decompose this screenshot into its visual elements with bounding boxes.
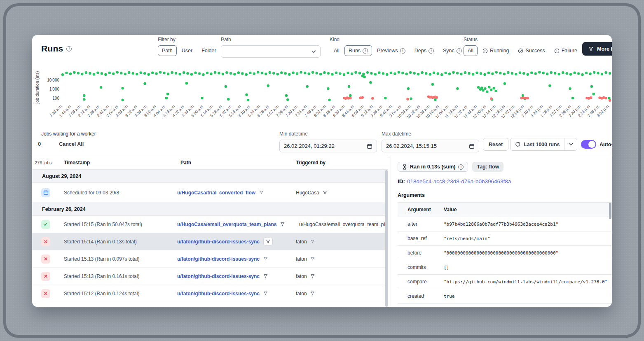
kind-option-previews[interactable]: Previewsi (373, 45, 410, 56)
chart-point[interactable] (592, 93, 595, 95)
chart-point[interactable] (121, 98, 124, 101)
chart-point[interactable] (507, 71, 509, 74)
chart-point[interactable] (493, 87, 495, 89)
status-option-all[interactable]: All (464, 45, 478, 56)
chart-point[interactable] (185, 82, 188, 84)
chart-point[interactable] (456, 72, 459, 74)
chart-point[interactable] (406, 98, 409, 100)
status-option-running[interactable]: Running (478, 45, 513, 56)
run-row[interactable]: ✕ Started 15:14 (Ran in 0.13s total) u/f… (32, 233, 388, 250)
chart-point[interactable] (358, 72, 361, 74)
kind-option-all[interactable]: All (330, 45, 344, 56)
chart-point[interactable] (413, 72, 416, 75)
chart-point[interactable] (257, 71, 259, 73)
chart-point[interactable] (233, 73, 236, 75)
chart-point[interactable] (511, 72, 513, 75)
chart-point[interactable] (398, 71, 400, 73)
chart-point[interactable] (390, 72, 392, 74)
chart-point[interactable] (285, 94, 288, 97)
chart-point[interactable] (468, 72, 470, 75)
chart-point[interactable] (327, 87, 329, 90)
chart-point[interactable] (292, 72, 295, 74)
chart-point[interactable] (519, 71, 521, 74)
chart-point[interactable] (349, 94, 351, 97)
info-icon[interactable]: i (458, 164, 464, 170)
chart-point[interactable] (296, 72, 298, 75)
chart-point[interactable] (609, 72, 611, 75)
filterby-option-folder[interactable]: Folder (197, 45, 220, 56)
auto-refresh-toggle[interactable] (581, 140, 596, 149)
chart-point[interactable] (370, 72, 372, 75)
chart-point[interactable] (393, 72, 396, 75)
calendar-icon[interactable] (367, 143, 372, 149)
chart-point[interactable] (421, 71, 424, 74)
chart-point[interactable] (548, 84, 551, 87)
chart-point[interactable] (288, 73, 290, 76)
chart-point[interactable] (190, 73, 193, 75)
chart-point[interactable] (328, 98, 330, 101)
chart-point[interactable] (121, 87, 124, 89)
chart-point[interactable] (315, 72, 318, 74)
run-row[interactable]: ✕ Started 15:13 (Ran in 0.097s total) u/… (32, 250, 388, 268)
chart-point[interactable] (477, 86, 480, 89)
chart-point[interactable] (175, 72, 177, 75)
chart-point[interactable] (515, 73, 517, 75)
run-row[interactable]: ✕ Started 15:13 (Ran in 0.161s total) u/… (32, 268, 388, 285)
chart-point[interactable] (89, 72, 91, 75)
filter-funnel-icon[interactable] (323, 190, 327, 195)
chart-point[interactable] (417, 73, 419, 75)
chart-point[interactable] (286, 98, 289, 101)
chart-point[interactable] (608, 97, 610, 99)
chart-point[interactable] (436, 72, 439, 75)
path-filter-funnel[interactable] (280, 222, 285, 227)
run-path-link[interactable]: u/HugoCasa/trial_converted_flow (177, 190, 255, 196)
cancel-all-button[interactable]: Cancel All (59, 141, 84, 147)
chart-point[interactable] (265, 72, 267, 75)
chart-point[interactable] (409, 71, 412, 74)
chart-point[interactable] (120, 72, 122, 74)
chart-point[interactable] (323, 71, 326, 74)
detail-scrollbar-thumb[interactable] (609, 203, 611, 219)
chart-point[interactable] (186, 72, 189, 75)
info-icon[interactable]: i (66, 46, 72, 51)
info-icon[interactable]: i (400, 48, 405, 54)
filter-funnel-icon[interactable] (263, 274, 268, 278)
chart-point[interactable] (590, 96, 592, 99)
chart-point[interactable] (104, 73, 107, 76)
chart-point[interactable] (339, 72, 341, 75)
filterby-option-path[interactable]: Path (158, 45, 177, 56)
chart-point[interactable] (374, 73, 377, 75)
run-row[interactable]: ✓ Started 15:15 (Ran in 50.047s total) u… (32, 216, 388, 233)
run-path-link[interactable]: u/faton/github-discord-issues-sync (177, 256, 260, 262)
chart-point[interactable] (429, 73, 431, 75)
path-filter-select[interactable] (221, 45, 321, 58)
chart-point[interactable] (488, 86, 490, 88)
chart-point[interactable] (85, 71, 87, 74)
chart-point[interactable] (527, 73, 529, 76)
chart-point[interactable] (495, 71, 498, 73)
chart-point[interactable] (436, 96, 438, 99)
run-path-link[interactable]: u/faton/github-discord-issues-sync (177, 291, 260, 297)
filter-funnel-icon[interactable] (280, 222, 285, 227)
chart-point[interactable] (431, 83, 434, 86)
chart-point[interactable] (573, 72, 576, 74)
chart-point[interactable] (347, 72, 349, 74)
run-path-link[interactable]: u/HugoCasa/email_overquota_team_plans (177, 222, 276, 227)
max-datetime-input[interactable]: 26.02.2024, 15:15:15 (382, 140, 479, 152)
chart-point[interactable] (249, 72, 251, 74)
chart-point[interactable] (241, 72, 244, 75)
chart-point[interactable] (472, 73, 474, 75)
filterby-option-user[interactable]: User (178, 45, 197, 56)
filter-funnel-icon[interactable] (263, 257, 268, 261)
chart-point[interactable] (487, 72, 490, 74)
chart-point[interactable] (202, 73, 204, 76)
chart-point[interactable] (486, 90, 488, 93)
path-filter-funnel[interactable] (263, 238, 273, 245)
chart-point[interactable] (166, 93, 169, 95)
chart-point[interactable] (124, 72, 126, 75)
chart-point[interactable] (589, 72, 591, 75)
chart-point[interactable] (165, 97, 168, 99)
chart-point[interactable] (171, 71, 173, 74)
kind-option-sync[interactable]: Synci (439, 45, 466, 56)
chart-point[interactable] (425, 72, 427, 75)
